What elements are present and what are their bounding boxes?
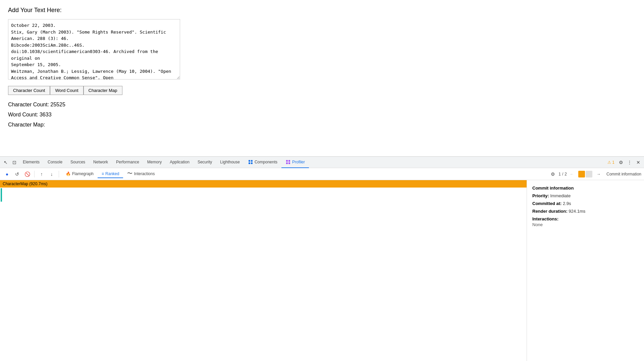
word-count-button[interactable]: Word Count xyxy=(50,86,83,95)
action-buttons: Character Count Word Count Character Map xyxy=(8,86,636,95)
character-map-button[interactable]: Character Map xyxy=(84,86,122,95)
text-input[interactable]: October 22, 2003. Stix, Gary (March 2003… xyxy=(8,19,180,80)
word-count-result: Word Count: 3633 xyxy=(8,112,636,118)
page-title: Add Your Text Here: xyxy=(8,7,636,14)
character-count-result: Character Count: 25525 xyxy=(8,102,636,108)
character-map-label: Character Map: xyxy=(8,122,636,128)
main-content: Add Your Text Here: October 22, 2003. St… xyxy=(0,0,644,154)
character-count-button[interactable]: Character Count xyxy=(8,86,50,95)
